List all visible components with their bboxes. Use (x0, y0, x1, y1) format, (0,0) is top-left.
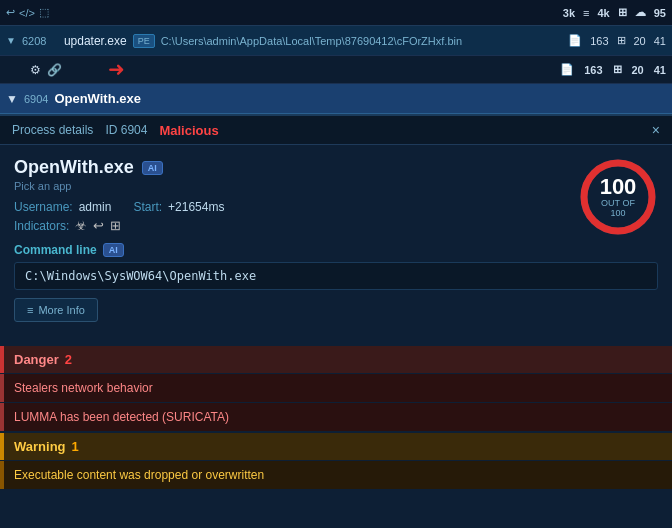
indicators-row: Indicators: ☣ ↩ ⊞ (14, 218, 658, 233)
start-value: +21654ms (168, 200, 224, 214)
more-info-label: More Info (38, 304, 84, 316)
settings-icon[interactable]: ⚙ (30, 63, 41, 77)
process-row-updater[interactable]: ▼ 6208 updater.exe PE C:\Users\admin\App… (0, 26, 672, 56)
pid-6904: 6904 (24, 93, 48, 105)
menu-icon: ≡ (27, 304, 33, 316)
danger-item-2: LUMMA has been detected (SURICATA) (0, 403, 672, 431)
close-button[interactable]: × (652, 122, 660, 138)
stat-count2: 4k (598, 7, 610, 19)
grid-icon[interactable]: ⬚ (39, 6, 49, 19)
command-line-box: C:\Windows\SysWOW64\OpenWith.exe (14, 262, 658, 290)
start-label: Start: (133, 200, 162, 214)
ai-badge-title: AI (142, 161, 163, 175)
process-display-name: OpenWith.exe (14, 157, 134, 178)
danger-label: Danger (14, 352, 59, 367)
filepath-updater: C:\Users\admin\AppData\Local\Temp\876904… (161, 35, 563, 47)
process-row-openwith[interactable]: ▼ 6904 OpenWith.exe (0, 84, 672, 114)
row-stats-1: 📄 163 ⊞ 20 41 (568, 34, 666, 47)
red-arrow-annotation: ➜ (108, 57, 125, 81)
code-icon[interactable]: </> (19, 7, 35, 19)
danger-section: Danger 2 Stealers network behavior LUMMA… (0, 346, 672, 431)
file-icon-1: 📄 (568, 34, 582, 47)
icons-row-stats: 📄 163 ⊞ 20 41 (560, 63, 666, 76)
process-id-label: ID 6904 (105, 123, 147, 137)
tab-process-details[interactable]: Process details (12, 123, 93, 137)
score-circle: 100 OUT OF 100 (578, 157, 658, 237)
warning-item-1: Executable content was dropped or overwr… (0, 461, 672, 489)
stat-icon2: ⊞ (618, 6, 627, 19)
collapse-arrow[interactable]: ▼ (6, 35, 16, 46)
biohazard-icon: ☣ (75, 218, 87, 233)
pid-6208: 6208 (22, 35, 58, 47)
stat-count1: 3k (563, 7, 575, 19)
malicious-badge: Malicious (159, 123, 218, 138)
details-panel: Process details ID 6904 Malicious × 100 … (0, 114, 672, 489)
username-value: admin (79, 200, 112, 214)
process-name-openwith: OpenWith.exe (54, 91, 141, 106)
count-20b: 20 (632, 64, 644, 76)
warning-label: Warning (14, 439, 66, 454)
username-label: Username: (14, 200, 73, 214)
link-indicator-icon: ↩ (93, 218, 104, 233)
danger-header: Danger 2 (0, 346, 672, 373)
indicators-label: Indicators: (14, 219, 69, 233)
stat-icon1: ≡ (583, 7, 589, 19)
process-subtitle: Pick an app (14, 180, 658, 192)
file-icon-2: 📄 (560, 63, 574, 76)
command-line-title: Command line (14, 243, 97, 257)
grid-indicator-icon: ⊞ (110, 218, 121, 233)
danger-item-1: Stealers network behavior (0, 374, 672, 402)
network-icon-1: ⊞ (617, 34, 626, 47)
warning-header: Warning 1 (0, 433, 672, 460)
score-number: 100 (598, 176, 638, 198)
process-name-updater: updater.exe (64, 34, 127, 48)
count-41b: 41 (654, 64, 666, 76)
warning-count: 1 (72, 439, 79, 454)
stat-icon3: ☁ (635, 6, 646, 19)
warning-section: Warning 1 Executable content was dropped… (0, 433, 672, 489)
link-icon[interactable]: 🔗 (47, 63, 62, 77)
pe-badge: PE (133, 34, 155, 48)
process-title: OpenWith.exe AI (14, 157, 658, 178)
more-info-button[interactable]: ≡ More Info (14, 298, 98, 322)
top-bar: ↩ </> ⬚ 3k ≡ 4k ⊞ ☁ 95 (0, 0, 672, 26)
score-text: 100 OUT OF 100 (598, 176, 638, 218)
icons-row: ⚙ 🔗 📄 163 ⊞ 20 41 (0, 56, 672, 84)
username-row: Username: admin Start: +21654ms (14, 200, 658, 214)
details-header: Process details ID 6904 Malicious × (0, 116, 672, 145)
danger-count: 2 (65, 352, 72, 367)
count-20: 20 (634, 35, 646, 47)
top-bar-icons: ↩ </> ⬚ (6, 6, 49, 19)
content-area: 100 OUT OF 100 OpenWith.exe AI Pick an a… (0, 145, 672, 346)
stat-count3: 95 (654, 7, 666, 19)
collapse-arrow-2[interactable]: ▼ (6, 92, 18, 106)
count-163: 163 (590, 35, 608, 47)
back-icon[interactable]: ↩ (6, 6, 15, 19)
command-line-header: Command line AI (14, 243, 658, 257)
score-out-of: OUT OF 100 (598, 198, 638, 218)
count-41: 41 (654, 35, 666, 47)
ai-badge-cmdline: AI (103, 243, 124, 257)
count-163b: 163 (584, 64, 602, 76)
top-bar-stats: 3k ≡ 4k ⊞ ☁ 95 (563, 6, 666, 19)
grid-icon-2: ⊞ (613, 63, 622, 76)
